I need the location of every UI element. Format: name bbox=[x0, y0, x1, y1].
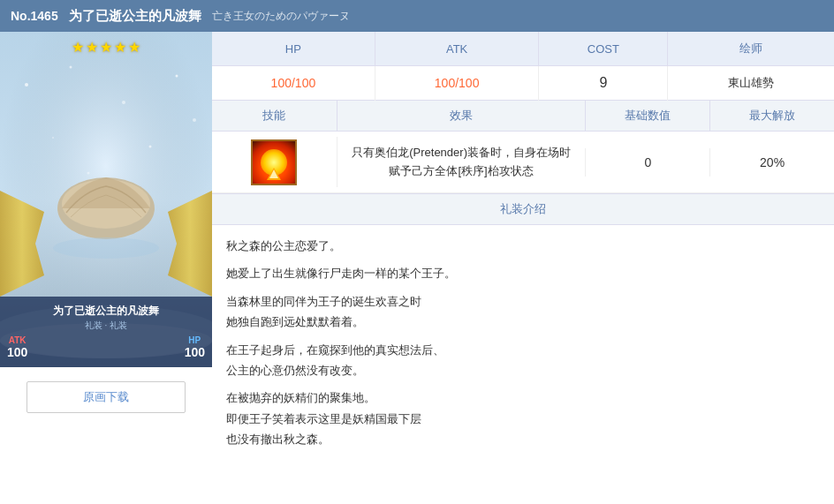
svg-point-7 bbox=[149, 146, 152, 148]
intro-paragraph: 当森林里的同伴为王子的诞生欢喜之时她独自跑到远处默默着着。 bbox=[226, 291, 820, 333]
card-stats-row: ATK 100 HP 100 bbox=[7, 335, 205, 359]
card-image: ★ ★ ★ ★ ★ 为了已逝公主的凡波舞 礼装 · 礼装 ATK 100 bbox=[0, 32, 212, 367]
svg-point-2 bbox=[25, 83, 28, 87]
base-col-header: 基础数值 bbox=[585, 101, 709, 131]
svg-point-6 bbox=[52, 137, 54, 139]
header-bar: No.1465 为了已逝公主的凡波舞 亡き王女のためのパヴァーヌ bbox=[0, 0, 834, 32]
svg-point-3 bbox=[70, 66, 72, 69]
hp-header: HP bbox=[212, 32, 375, 66]
hp-value-cell: 100/100 bbox=[212, 66, 375, 101]
star-4: ★ bbox=[114, 39, 126, 56]
atk-stat: ATK 100 bbox=[7, 335, 27, 359]
card-title-cn: 为了已逝公主的凡波舞 bbox=[69, 8, 201, 25]
card-type-label: 礼装 · 礼装 bbox=[85, 320, 127, 332]
skills-section-header: 技能 效果 基础数值 最大解放 bbox=[212, 101, 834, 132]
skill-base-cell: 0 bbox=[585, 148, 709, 177]
card-name-cn: 为了已逝公主的凡波舞 bbox=[53, 305, 159, 319]
painter-header: 绘师 bbox=[668, 32, 834, 66]
skill-base-value: 0 bbox=[644, 155, 651, 169]
skill-row: 只有奥伯龙(Pretender)装备时，自身在场时赋予己方全体[秩序]枱攻状态 … bbox=[212, 132, 834, 193]
skill-max-value: 20% bbox=[760, 155, 785, 169]
intro-paragraph: 在王子起身后，在窥探到他的真实想法后、公主的心意仍然没有改变。 bbox=[226, 340, 820, 381]
cost-value-cell: 9 bbox=[539, 66, 668, 101]
max-col-header: 最大解放 bbox=[709, 101, 834, 131]
skill-icon-cell bbox=[212, 132, 337, 192]
hp-stat: HP 100 bbox=[185, 335, 205, 359]
hp-label: HP bbox=[188, 335, 201, 345]
star-5: ★ bbox=[128, 39, 140, 56]
atk-value-cell: 100/100 bbox=[375, 66, 539, 101]
intro-paragraph: 秋之森的公主恋爱了。 bbox=[226, 236, 820, 256]
card-bottom-overlay: 为了已逝公主的凡波舞 礼装 · 礼装 ATK 100 HP 100 bbox=[0, 297, 212, 367]
svg-point-9 bbox=[87, 172, 90, 175]
cost-header: COST bbox=[539, 32, 668, 66]
hp-value: 100 bbox=[185, 345, 205, 359]
skill-col-header: 技能 bbox=[212, 101, 337, 131]
card-number: No.1465 bbox=[11, 9, 58, 23]
star-3: ★ bbox=[100, 39, 112, 56]
stats-table: HP ATK COST 绘师 100/100 100/100 9 東山雄勢 bbox=[212, 32, 834, 101]
svg-point-5 bbox=[176, 75, 178, 78]
svg-point-8 bbox=[193, 118, 196, 122]
effect-col-header: 效果 bbox=[337, 101, 586, 131]
skill-icon bbox=[251, 139, 297, 185]
skill-max-cell: 20% bbox=[709, 148, 834, 177]
atk-value: 100 bbox=[7, 345, 27, 359]
atk-header: ATK bbox=[375, 32, 539, 66]
star-1: ★ bbox=[72, 39, 84, 56]
main-layout: ★ ★ ★ ★ ★ 为了已逝公主的凡波舞 礼装 · 礼装 ATK 100 bbox=[0, 32, 834, 504]
skill-effect-cell: 只有奥伯龙(Pretender)装备时，自身在场时赋予己方全体[秩序]枱攻状态 bbox=[337, 137, 586, 188]
intro-content: 秋之森的公主恋爱了。她爱上了出生就像行尸走肉一样的某个王子。当森林里的同伴为王子… bbox=[212, 225, 834, 455]
intro-header: 礼装介绍 bbox=[212, 193, 834, 225]
atk-label: ATK bbox=[9, 335, 27, 345]
svg-point-4 bbox=[122, 101, 125, 104]
card-title-jp: 亡き王女のためのパヴァーヌ bbox=[212, 9, 350, 24]
stars-row: ★ ★ ★ ★ ★ bbox=[72, 39, 140, 56]
intro-paragraph: 她爱上了出生就像行尸走肉一样的某个王子。 bbox=[226, 263, 820, 283]
fire-icon-inner bbox=[253, 141, 295, 184]
download-button[interactable]: 原画下载 bbox=[27, 381, 186, 413]
fire-arrow-inner bbox=[269, 169, 278, 178]
skill-effect-text: 只有奥伯龙(Pretender)装备时，自身在场时赋予己方全体[秩序]枱攻状态 bbox=[352, 146, 571, 177]
left-panel: ★ ★ ★ ★ ★ 为了已逝公主的凡波舞 礼装 · 礼装 ATK 100 bbox=[0, 32, 212, 504]
star-2: ★ bbox=[86, 39, 98, 56]
painter-value-cell: 東山雄勢 bbox=[668, 66, 834, 101]
intro-paragraph: 在被抛弃的妖精们的聚集地。即便王子笑着表示这里是妖精国最下层也没有撤出秋之森。 bbox=[226, 387, 820, 449]
svg-point-14 bbox=[53, 237, 159, 259]
right-panel: HP ATK COST 绘师 100/100 100/100 9 東山雄勢 技能… bbox=[212, 32, 834, 504]
